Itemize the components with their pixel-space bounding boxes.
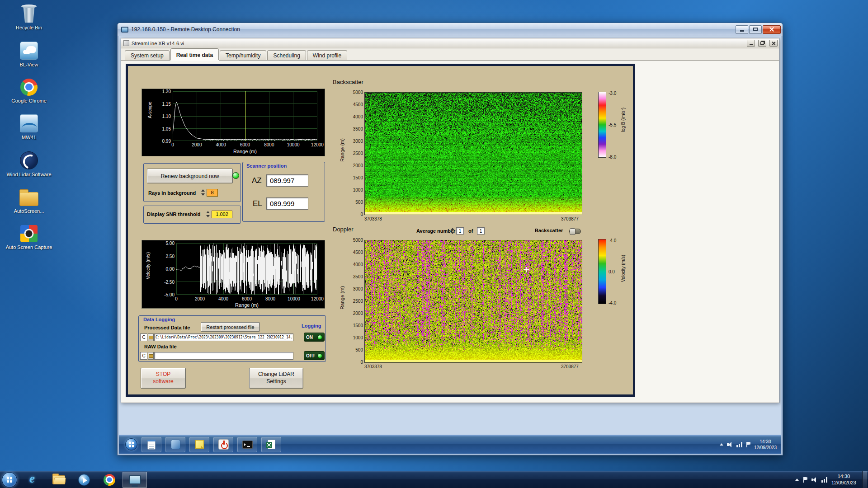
doppler-colorbar-label: Velocity (m/s) <box>621 255 626 282</box>
rdp-minimize-button[interactable] <box>736 25 748 34</box>
remote-start-button[interactable] <box>125 438 137 450</box>
desktop-icon-wind-lidar[interactable]: Wind Lidar Software <box>3 151 55 178</box>
snr-spinner[interactable] <box>206 211 210 218</box>
tab-scheduling[interactable]: Scheduling <box>267 50 306 60</box>
labview-restore-button[interactable] <box>758 40 766 47</box>
tick-label: 10000 <box>288 296 300 301</box>
raw-drive-selector[interactable]: C <box>140 352 147 360</box>
stop-button-line1: STOP <box>156 371 170 378</box>
tick-label: 1.20 <box>162 89 171 94</box>
tab-real-time-data[interactable]: Real time data <box>170 48 219 60</box>
tick-label: 0 <box>360 360 363 365</box>
tab-wind-profile[interactable]: Wind profile <box>307 50 347 60</box>
data-logging-title: Data Logging <box>143 317 175 322</box>
start-button[interactable] <box>2 472 17 488</box>
average-number-spinner[interactable] <box>451 227 455 235</box>
taskbar-clock[interactable]: 14:30 12/09/2023 <box>831 474 856 486</box>
tick-label: 4000 <box>218 296 228 301</box>
remote-taskbar: 14:30 12/09/2023 <box>119 435 781 454</box>
average-number-value[interactable]: 1 <box>456 227 464 235</box>
remote-clock[interactable]: 14:30 12/09/2023 <box>754 439 777 450</box>
renew-background-button[interactable]: Renew background now <box>147 169 233 183</box>
remote-taskbar-item-app[interactable] <box>165 437 185 452</box>
restart-processed-file-button[interactable]: Restart processed file <box>201 322 260 332</box>
tick-label: 4500 <box>353 102 363 107</box>
chrome-icon <box>20 79 38 96</box>
tick-label: -2.50 <box>164 279 175 284</box>
of-value[interactable]: 1 <box>477 227 485 235</box>
backscatter-toggle[interactable] <box>569 229 581 234</box>
logging-off-indicator[interactable]: OFF <box>304 351 325 360</box>
taskbar-item-media-player[interactable] <box>72 472 96 488</box>
command-prompt-icon <box>242 441 253 449</box>
volume-icon[interactable] <box>727 442 733 447</box>
raw-browse-button[interactable] <box>148 352 154 360</box>
tab-temp-humidity[interactable]: Temp/humidity <box>220 50 266 60</box>
logging-on-indicator[interactable]: ON <box>304 333 325 342</box>
stop-software-button[interactable]: STOP software <box>141 368 186 389</box>
taskbar-item-file-explorer[interactable] <box>47 472 71 488</box>
system-tray: 14:30 12/09/2023 <box>795 471 868 488</box>
rdp-maximize-button[interactable] <box>749 25 762 34</box>
raw-path-input[interactable] <box>154 352 293 360</box>
desktop-icon-google-chrome[interactable]: Google Chrome <box>3 79 55 104</box>
rdp-titlebar[interactable]: 192.168.0.150 - Remote Desktop Connectio… <box>118 23 783 36</box>
labview-minimize-button[interactable] <box>747 40 755 47</box>
backscatter-colorbar-tick-max: -3.0 <box>609 91 616 96</box>
tick-label: 4000 <box>216 142 226 147</box>
backscatter-y-axis-label: Range (m) <box>340 138 345 162</box>
rays-spinner[interactable] <box>201 189 205 196</box>
tick-label: 12000 <box>311 142 324 147</box>
chrome-icon <box>104 474 115 486</box>
show-desktop-button[interactable] <box>862 471 867 488</box>
processed-drive-selector[interactable]: C <box>140 333 147 341</box>
tick-label: 1000 <box>353 335 363 340</box>
desktop-icon-bl-view[interactable]: BL-View <box>3 42 55 68</box>
logging-on-led <box>317 335 322 340</box>
volume-icon[interactable] <box>811 477 817 483</box>
backscatter-x-start-label: 3703378 <box>364 216 382 221</box>
rays-value[interactable]: 8 <box>207 189 218 197</box>
processed-path-input[interactable]: C:\LidarA\Data\Proc\2023\202309\20230912… <box>154 333 293 341</box>
tick-label: 1.05 <box>162 126 171 131</box>
tick-label: 3000 <box>353 139 363 144</box>
logging-off-led <box>317 353 322 358</box>
az-value-input[interactable]: 089.997 <box>266 174 308 187</box>
taskbar-item-remote-desktop[interactable] <box>123 472 147 488</box>
rdp-close-button[interactable] <box>763 25 781 34</box>
processed-browse-button[interactable] <box>148 333 154 341</box>
scanner-position-title: Scanner position <box>246 163 287 169</box>
remote-taskbar-item-power[interactable] <box>213 437 233 452</box>
taskbar-item-internet-explorer[interactable] <box>21 472 46 488</box>
change-lidar-settings-button[interactable]: Change LiDAR Settings <box>249 368 303 389</box>
chevron-up-icon[interactable] <box>720 443 723 446</box>
doppler-colorbar-tick-mid: 0.0 <box>609 269 615 274</box>
action-center-flag-icon[interactable] <box>803 477 807 483</box>
remote-taskbar-item-command-prompt[interactable] <box>237 437 257 452</box>
network-icon[interactable] <box>736 442 742 447</box>
desktop-icon-auto-screen-capture[interactable]: Auto Screen Capture <box>3 225 55 251</box>
desktop-icon-mw41[interactable]: MW41 <box>3 114 55 141</box>
labview-titlebar[interactable]: StreamLine XR v14-6.vi <box>121 38 779 48</box>
taskbar-item-chrome[interactable] <box>97 472 122 488</box>
desktop-icon-recycle-bin[interactable]: Recycle Bin <box>3 4 55 31</box>
doppler-colorbar-tick-min: -4.0 <box>609 300 616 305</box>
backscatter-toggle-label: Backscatter <box>535 228 563 233</box>
logging-label: Logging <box>302 323 321 328</box>
snr-value[interactable]: 1.002 <box>212 211 232 218</box>
tab-system-setup[interactable]: System setup <box>125 50 170 60</box>
bl-view-icon <box>20 42 38 60</box>
action-center-flag-icon[interactable] <box>746 442 750 447</box>
tick-label: 5000 <box>353 238 363 243</box>
chevron-up-icon[interactable] <box>795 479 799 481</box>
remote-taskbar-item-excel[interactable] <box>261 437 281 452</box>
tick-label: 3000 <box>353 286 363 291</box>
remote-taskbar-item-notepad[interactable] <box>142 437 161 452</box>
network-icon[interactable] <box>821 477 827 483</box>
remote-taskbar-item-sticky-notes[interactable] <box>189 437 209 452</box>
wind-lidar-icon <box>20 151 38 169</box>
desktop-icon-autoscreen[interactable]: AutoScreen... <box>3 188 55 215</box>
el-value-input[interactable]: 089.999 <box>266 197 308 210</box>
tick-label: -5.00 <box>164 292 175 297</box>
labview-close-button[interactable] <box>769 40 778 47</box>
